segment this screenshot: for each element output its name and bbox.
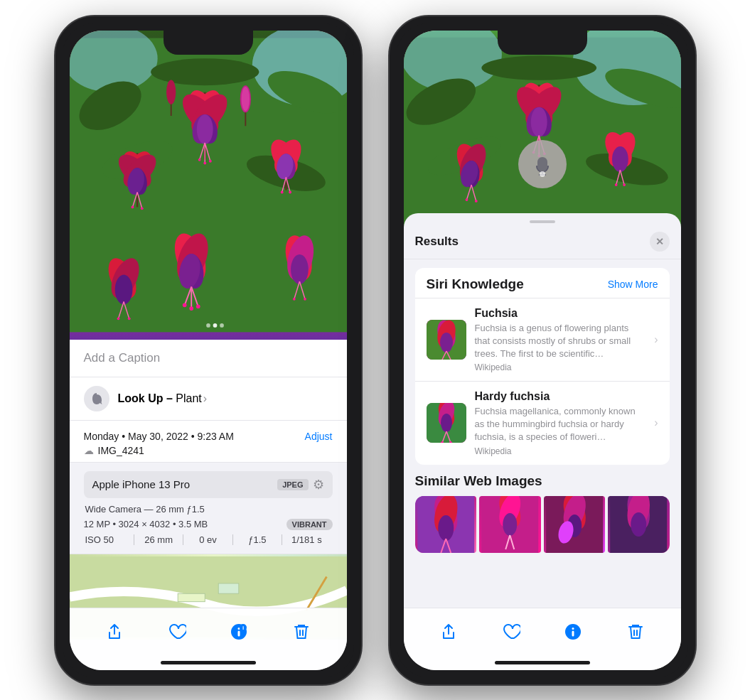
svg-rect-75 xyxy=(178,593,205,601)
aperture-value: ƒ1.5 xyxy=(233,534,282,545)
svg-point-72 xyxy=(213,323,217,328)
knowledge-item-fuchsia[interactable]: Fuchsia Fuchsia is a genus of flowering … xyxy=(415,298,670,382)
siri-visual-icon xyxy=(518,140,567,188)
svg-point-55 xyxy=(189,306,193,311)
results-sheet: Results ✕ Siri Knowledge Show More xyxy=(404,213,681,608)
lookup-row[interactable]: Look Up – Plant› xyxy=(70,377,347,421)
device-badges: JPEG ⚙ xyxy=(277,477,323,492)
meta-section: Monday • May 30, 2022 • 9:23 AM Adjust ☁… xyxy=(70,421,347,463)
show-more-button[interactable]: Show More xyxy=(608,279,658,290)
caption-area[interactable]: Add a Caption xyxy=(70,340,347,377)
svg-point-118 xyxy=(623,183,626,186)
cloud-icon: ☁ xyxy=(84,445,94,456)
notch-1 xyxy=(164,31,253,55)
lookup-label: Look Up – Plant› xyxy=(118,392,208,405)
svg-point-66 xyxy=(291,254,309,284)
svg-point-140 xyxy=(441,414,452,432)
wide-camera-spec: Wide Camera — 26 mm ƒ1.5 xyxy=(84,504,333,515)
svg-point-21 xyxy=(208,159,211,162)
svg-point-117 xyxy=(614,183,617,186)
phone-screen-2: Results ✕ Siri Knowledge Show More xyxy=(404,31,681,670)
settings-icon[interactable]: ⚙ xyxy=(313,477,324,492)
svg-point-31 xyxy=(131,205,134,208)
siri-knowledge-card: Siri Knowledge Show More xyxy=(415,268,670,465)
svg-point-15 xyxy=(196,114,213,144)
svg-point-111 xyxy=(474,200,477,203)
flower-photo[interactable] xyxy=(70,31,347,340)
vibrant-badge: VIBRANT xyxy=(286,519,333,530)
hardy-fuchsia-thumbnail xyxy=(427,403,466,443)
siri-knowledge-header: Siri Knowledge Show More xyxy=(415,268,670,298)
svg-text:i: i xyxy=(242,625,244,631)
knowledge-item-hardy-fuchsia[interactable]: Hardy fuchsia Fuchsia magellanica, commo… xyxy=(415,381,670,465)
delete-button[interactable] xyxy=(286,616,317,647)
hardy-fuchsia-chevron: › xyxy=(654,416,658,429)
siri-dot xyxy=(540,171,545,177)
fuchsia-thumbnail xyxy=(427,320,466,360)
svg-point-73 xyxy=(220,323,224,328)
info-button[interactable]: i xyxy=(223,616,255,647)
svg-point-71 xyxy=(206,323,210,328)
svg-point-148 xyxy=(438,515,454,541)
favorite-button[interactable] xyxy=(161,616,193,647)
image-dimensions: 12 MP • 3024 × 4032 • 3.5 MB xyxy=(84,519,208,529)
delete-button-2[interactable] xyxy=(620,616,651,647)
phone-1: Add a Caption Look Up – Plant› Monday • … xyxy=(55,16,361,684)
hardy-fuchsia-source: Wikipedia xyxy=(475,446,646,456)
svg-point-20 xyxy=(203,161,206,164)
notch-2 xyxy=(498,31,587,55)
svg-rect-168 xyxy=(572,631,574,637)
specs-row: 12 MP • 3024 × 4032 • 3.5 MB VIBRANT xyxy=(84,519,333,530)
phone-frame-1: Add a Caption Look Up – Plant› Monday • … xyxy=(55,16,361,684)
similar-image-2[interactable] xyxy=(479,496,541,553)
results-header: Results ✕ xyxy=(404,223,681,259)
hardy-fuchsia-title: Hardy fuchsia xyxy=(475,390,646,403)
svg-point-165 xyxy=(631,512,646,537)
ev-value: 0 ev xyxy=(183,534,232,545)
photo-info-panel: Add a Caption Look Up – Plant› Monday • … xyxy=(70,340,347,640)
favorite-button-2[interactable] xyxy=(495,616,527,647)
svg-rect-76 xyxy=(218,583,239,593)
similar-image-1[interactable] xyxy=(415,496,477,553)
svg-point-56 xyxy=(195,304,200,308)
shutter-value: 1/181 s xyxy=(282,534,331,545)
similar-image-4[interactable] xyxy=(608,496,670,553)
lookup-icon xyxy=(84,386,109,411)
similar-images-title: Similar Web Images xyxy=(415,473,670,489)
svg-point-97 xyxy=(530,107,547,136)
share-button-2[interactable] xyxy=(433,616,464,647)
iso-row: ISO 50 26 mm 0 ev ƒ1.5 1/181 s xyxy=(84,530,333,545)
svg-point-62 xyxy=(117,317,119,320)
focal-value: 26 mm xyxy=(134,534,183,545)
device-row: Apple iPhone 13 Pro JPEG ⚙ xyxy=(84,471,333,498)
similar-images-section: Similar Web Images xyxy=(404,473,681,553)
adjust-button[interactable]: Adjust xyxy=(305,431,333,442)
similar-image-3[interactable] xyxy=(544,496,606,553)
phone-screen-1: Add a Caption Look Up – Plant› Monday • … xyxy=(70,31,347,670)
svg-point-70 xyxy=(304,297,306,300)
iso-value: ISO 50 xyxy=(85,534,134,545)
svg-point-154 xyxy=(503,513,517,536)
svg-point-54 xyxy=(182,303,186,307)
svg-point-69 xyxy=(292,297,295,300)
phone-2: Results ✕ Siri Knowledge Show More xyxy=(390,16,695,684)
svg-point-59 xyxy=(114,274,132,304)
fuchsia-desc: Fuchsia is a genus of flowering plants t… xyxy=(475,322,646,361)
fuchsia-title: Fuchsia xyxy=(475,307,646,320)
close-button[interactable]: ✕ xyxy=(650,232,670,252)
svg-point-44 xyxy=(241,87,249,111)
home-indicator-2 xyxy=(495,661,590,664)
svg-point-87 xyxy=(481,55,596,80)
svg-point-46 xyxy=(166,80,176,104)
svg-point-114 xyxy=(611,146,628,171)
phone-frame-2: Results ✕ Siri Knowledge Show More xyxy=(390,16,695,684)
fuchsia-info: Fuchsia Fuchsia is a genus of flowering … xyxy=(475,307,646,373)
svg-point-40 xyxy=(280,190,283,193)
meta-file: ☁ IMG_4241 xyxy=(84,445,333,456)
siri-knowledge-title: Siri Knowledge xyxy=(427,276,524,292)
svg-point-63 xyxy=(127,317,130,320)
svg-point-5 xyxy=(151,58,259,85)
svg-point-41 xyxy=(289,190,291,193)
share-button[interactable] xyxy=(99,616,130,647)
info-button-2[interactable] xyxy=(557,616,589,647)
